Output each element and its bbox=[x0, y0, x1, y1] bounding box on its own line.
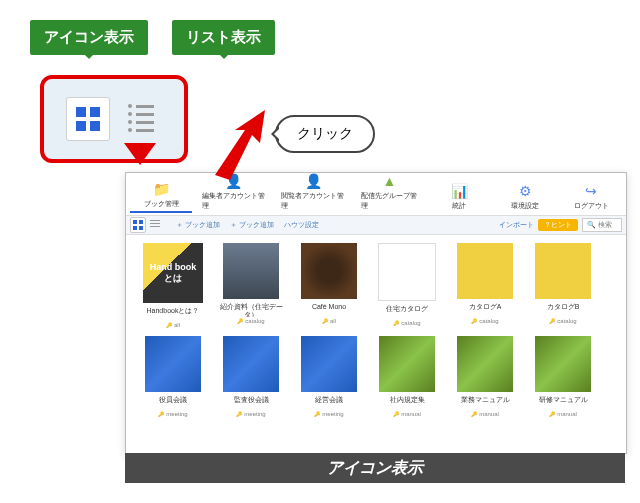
svg-rect-11 bbox=[150, 226, 160, 227]
book-tag: catalog bbox=[471, 318, 498, 324]
sub-action[interactable]: ＋ ブック追加 bbox=[176, 220, 220, 230]
svg-rect-7 bbox=[133, 226, 137, 230]
book-tag: manual bbox=[393, 411, 421, 417]
book-thumbnail bbox=[457, 336, 513, 392]
toolbar-label: 環境設定 bbox=[511, 201, 539, 211]
book-thumbnail bbox=[457, 243, 513, 299]
book-item[interactable]: 経営会議meeting bbox=[294, 336, 364, 417]
icon-view-label: アイコン表示 bbox=[30, 20, 148, 55]
book-thumbnail bbox=[379, 336, 435, 392]
toolbar-item[interactable]: 📊統計 bbox=[428, 181, 490, 213]
book-tag: manual bbox=[471, 411, 499, 417]
svg-rect-3 bbox=[90, 121, 100, 131]
book-title: Café Mono bbox=[312, 303, 346, 317]
book-thumbnail bbox=[145, 336, 201, 392]
sub-toolbar: ＋ ブック追加＋ ブック追加ハウツ設定 インポート ？ヒント 🔍 検索 bbox=[126, 216, 626, 235]
toolbar-icon: 📁 bbox=[153, 181, 169, 197]
book-title: Handbookとは？ bbox=[147, 307, 200, 321]
book-item[interactable]: 紹介資料（住宅データ）catalog bbox=[216, 243, 286, 328]
book-thumbnail bbox=[378, 243, 436, 301]
list-view-label: リスト表示 bbox=[172, 20, 275, 55]
book-grid: Hand book とはHandbookとは？all紹介資料（住宅データ）cat… bbox=[138, 243, 614, 417]
book-item[interactable]: Café Monoall bbox=[294, 243, 364, 328]
view-labels: アイコン表示 リスト表示 bbox=[30, 20, 275, 55]
book-item[interactable]: 住宅カタログcatalog bbox=[372, 243, 442, 328]
book-item[interactable]: カタログAcatalog bbox=[450, 243, 520, 328]
toolbar-icon: ▲ bbox=[381, 173, 397, 189]
toolbar-icon: 👤 bbox=[226, 173, 242, 189]
book-thumbnail bbox=[223, 243, 279, 299]
main-toolbar: 📁ブック管理👤編集者アカウント管理👤閲覧者アカウント管理▲配信先グループ管理📊統… bbox=[126, 173, 626, 216]
sub-action[interactable]: ハウツ設定 bbox=[284, 220, 319, 230]
sub-actions: ＋ ブック追加＋ ブック追加ハウツ設定 bbox=[166, 220, 319, 230]
hint-button[interactable]: ？ヒント bbox=[538, 219, 578, 231]
toolbar-item[interactable]: ↪ログアウト bbox=[560, 181, 622, 213]
book-item[interactable]: Hand book とはHandbookとは？all bbox=[138, 243, 208, 328]
book-title: カタログA bbox=[469, 303, 502, 317]
toolbar-item[interactable]: ⚙環境設定 bbox=[494, 181, 556, 213]
book-title: 経営会議 bbox=[315, 396, 343, 410]
book-tag: manual bbox=[549, 411, 577, 417]
bottom-caption: アイコン表示 bbox=[125, 453, 625, 483]
toolbar-item[interactable]: 👤編集者アカウント管理 bbox=[196, 171, 271, 213]
sub-action[interactable]: ＋ ブック追加 bbox=[230, 220, 274, 230]
content-area: Hand book とはHandbookとは？all紹介資料（住宅データ）cat… bbox=[126, 235, 626, 473]
book-item[interactable]: 役員会議meeting bbox=[138, 336, 208, 417]
book-thumbnail bbox=[535, 336, 591, 392]
book-tag: meeting bbox=[314, 411, 343, 417]
toolbar-icon: ⚙ bbox=[517, 183, 533, 199]
book-tag: all bbox=[322, 318, 336, 324]
book-thumbnail bbox=[223, 336, 279, 392]
book-title: 研修マニュアル bbox=[539, 396, 588, 410]
book-item[interactable]: 業務マニュアルmanual bbox=[450, 336, 520, 417]
toolbar-icon: 👤 bbox=[305, 173, 321, 189]
book-title: 住宅カタログ bbox=[386, 305, 428, 319]
toolbar-icon: 📊 bbox=[451, 183, 467, 199]
book-item[interactable]: 監査役会議meeting bbox=[216, 336, 286, 417]
svg-rect-6 bbox=[139, 220, 143, 224]
book-thumbnail: Hand book とは bbox=[143, 243, 203, 303]
book-tag: all bbox=[166, 322, 180, 328]
svg-rect-9 bbox=[150, 220, 160, 221]
book-tag: catalog bbox=[549, 318, 576, 324]
svg-marker-4 bbox=[215, 110, 265, 180]
svg-rect-5 bbox=[133, 220, 137, 224]
toolbar-label: 配信先グループ管理 bbox=[361, 191, 418, 211]
toolbar-item[interactable]: ▲配信先グループ管理 bbox=[355, 171, 424, 213]
toolbar-label: ログアウト bbox=[574, 201, 609, 211]
book-title: 役員会議 bbox=[159, 396, 187, 410]
book-tag: meeting bbox=[158, 411, 187, 417]
book-title: カタログB bbox=[547, 303, 580, 317]
book-thumbnail bbox=[535, 243, 591, 299]
book-title: 監査役会議 bbox=[234, 396, 269, 410]
book-tag: meeting bbox=[236, 411, 265, 417]
book-title: 紹介資料（住宅データ） bbox=[216, 303, 286, 317]
search-input[interactable]: 🔍 検索 bbox=[582, 218, 622, 232]
book-item[interactable]: 研修マニュアルmanual bbox=[528, 336, 598, 417]
toolbar-icon: ↪ bbox=[583, 183, 599, 199]
toolbar-item[interactable]: 👤閲覧者アカウント管理 bbox=[275, 171, 350, 213]
grid-toggle-small[interactable] bbox=[130, 217, 146, 233]
list-toggle-small[interactable] bbox=[148, 217, 162, 231]
svg-rect-2 bbox=[76, 121, 86, 131]
svg-rect-8 bbox=[139, 226, 143, 230]
view-toggle-zoom bbox=[40, 75, 188, 163]
toolbar-label: ブック管理 bbox=[144, 199, 179, 209]
toolbar-item[interactable]: 📁ブック管理 bbox=[130, 179, 192, 213]
book-tag: catalog bbox=[237, 318, 264, 324]
svg-rect-0 bbox=[76, 107, 86, 117]
svg-rect-10 bbox=[150, 223, 160, 224]
book-title: 業務マニュアル bbox=[461, 396, 510, 410]
book-item[interactable]: カタログBcatalog bbox=[528, 243, 598, 328]
book-thumbnail bbox=[301, 336, 357, 392]
toolbar-label: 編集者アカウント管理 bbox=[202, 191, 265, 211]
list-view-icon[interactable] bbox=[120, 97, 162, 139]
grid-view-icon[interactable] bbox=[66, 97, 110, 141]
svg-rect-1 bbox=[90, 107, 100, 117]
book-tag: catalog bbox=[393, 320, 420, 326]
toolbar-label: 統計 bbox=[452, 201, 466, 211]
import-link[interactable]: インポート bbox=[499, 220, 534, 230]
book-item[interactable]: 社内規定集manual bbox=[372, 336, 442, 417]
toolbar-label: 閲覧者アカウント管理 bbox=[281, 191, 344, 211]
app-window: 📁ブック管理👤編集者アカウント管理👤閲覧者アカウント管理▲配信先グループ管理📊統… bbox=[125, 172, 627, 454]
